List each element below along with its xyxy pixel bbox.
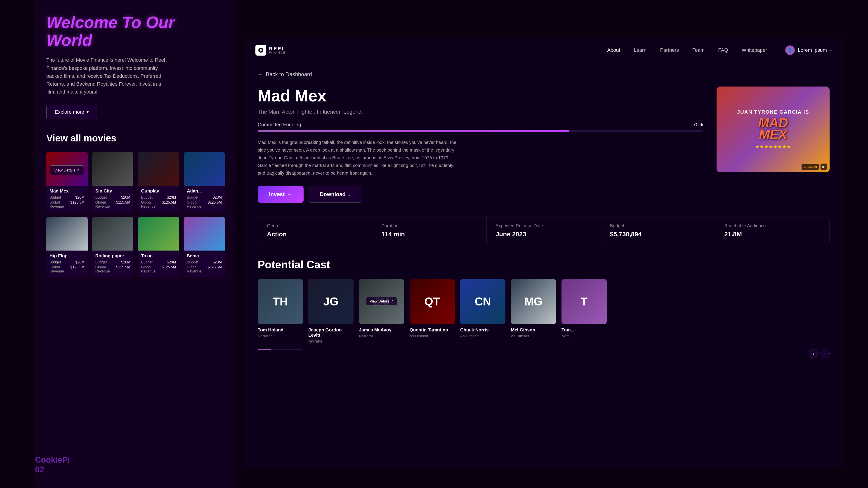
movie-revenue-gunplay: Global Revenue$125.5M xyxy=(141,200,176,208)
nav-link-whitepaper[interactable]: Whitepaper xyxy=(742,47,767,53)
logo-icon xyxy=(255,45,266,56)
movie-info-hip-flop: Hip Flop Budget$20M Global Revenue$125.5… xyxy=(46,251,88,277)
movie-name-rolling-paper: Rolling paper xyxy=(95,253,130,258)
right-panel: REEL FINANCE AboutLearnPartnersTeamFAQWh… xyxy=(244,38,843,468)
poster-title-art: MADMEX xyxy=(737,117,809,140)
cast-name-2: James McAvoy xyxy=(359,327,404,332)
movie-card-rolling-paper: Rolling paper Budget$20M Global Revenue$… xyxy=(92,217,133,277)
cast-placeholder-6: T xyxy=(561,279,607,324)
movie-name-toxic: Toxic xyxy=(141,253,176,258)
funding-section: Committed Funding 70% xyxy=(258,122,703,132)
movie-poster-hip-flop xyxy=(46,217,88,251)
movie-revenue-toxic: Global Revenue$125.5M xyxy=(141,265,176,273)
movie-budget-senior: Budget$20M xyxy=(187,260,222,264)
scroll-dot-1 xyxy=(258,349,271,350)
movie-card-sin-city: Sin City Budget$20M Global Revenue$125.5… xyxy=(92,152,133,212)
movie-poster-senior xyxy=(184,217,225,251)
nav-link-team[interactable]: Team xyxy=(692,47,705,53)
cast-card-6: T Tom... Narr... xyxy=(561,279,607,344)
movie-poster-sin-city xyxy=(92,152,133,186)
invest-arrow-icon: → xyxy=(287,191,292,197)
cast-role-6: Narr... xyxy=(561,334,607,338)
stat-item-genre: Genre Action xyxy=(258,217,372,245)
nav-link-learn[interactable]: Learn xyxy=(634,47,647,53)
movie-info-section: Mad Mex The Man. Actor. Fighter. Influen… xyxy=(258,87,703,203)
stat-label: Budget xyxy=(610,223,706,228)
movie-revenue-atlantis: Global Revenue$125.5M xyxy=(187,200,222,208)
movie-description: Mad Mex is the groundbreaking tell-all, … xyxy=(258,138,461,177)
movie-tagline: The Man. Actor. Fighter. Influencer. Leg… xyxy=(258,109,703,115)
scroll-right-button[interactable]: › xyxy=(820,349,830,358)
movie-card-atlantis: Atlan... Budget$20M Global Revenue$125.5… xyxy=(184,152,225,212)
welcome-description: The future of Movie Finance is here! Wel… xyxy=(46,56,170,96)
cast-photo-1: JG xyxy=(308,279,353,324)
cast-card-2: JM View Details ↗ James McAvoy Narrator xyxy=(359,279,404,344)
movie-budget-hip-flop: Budget$20M xyxy=(50,260,85,264)
movie-name-hip-flop: Hip Flop xyxy=(50,253,85,258)
cast-photo-4: CN xyxy=(460,279,505,324)
left-panel: Welcome To Our World The future of Movie… xyxy=(35,0,236,488)
movie-poster-rolling-paper xyxy=(92,217,133,251)
cast-name-5: Mel Gibson xyxy=(511,327,556,332)
stat-label: Expected Release Date xyxy=(496,223,592,228)
cast-card-0: TH Tom Holand Narrator xyxy=(258,279,303,344)
cast-card-4: CN Chuck Norris As Himself xyxy=(460,279,505,344)
stat-label: Genre xyxy=(267,223,363,228)
movie-card-senior: Senic... Budget$20M Global Revenue$125.5… xyxy=(184,217,225,277)
movie-budget-atlantis: Budget$20M xyxy=(187,195,222,199)
stat-value: 114 min xyxy=(381,231,477,238)
movie-card-hip-flop: Hip Flop Budget$20M Global Revenue$125.5… xyxy=(46,217,88,277)
movie-name-senior: Senic... xyxy=(187,253,222,258)
back-to-dashboard-link[interactable]: Back to Dashboard xyxy=(258,71,830,77)
invest-button[interactable]: Invest → xyxy=(258,186,304,203)
cast-scroll-indicator: ‹ › xyxy=(258,349,830,358)
stat-item-expected-release-date: Expected Release Date June 2023 xyxy=(487,217,601,245)
movie-poster-large: JUAN TYRONE GARCIA IS MADMEX ★★★★★★★★ am… xyxy=(717,87,830,172)
movie-title: Mad Mex xyxy=(258,87,703,105)
amazon-logos: amazon ▶ xyxy=(802,164,827,170)
cast-role-5: As Himself xyxy=(511,334,556,338)
nav-links: AboutLearnPartnersTeamFAQWhitepaper xyxy=(607,47,767,53)
movie-poster-atlantis xyxy=(184,152,225,186)
movie-card-toxic: Toxic Budget$20M Global Revenue$125.5M xyxy=(138,217,179,277)
view-details-btn-mad-mex[interactable]: View Details ↗ xyxy=(50,165,84,175)
cast-role-2: Narrator xyxy=(359,334,404,338)
user-chevron-icon: ▾ xyxy=(830,48,832,53)
cast-card-3: QT Quentin Tarantino As Himself xyxy=(410,279,455,344)
nav-link-partners[interactable]: Partners xyxy=(660,47,679,53)
stat-value: Action xyxy=(267,231,363,238)
user-menu[interactable]: 👤 Lorem Ipsum ▾ xyxy=(785,45,832,55)
platform-logo: ▶ xyxy=(820,164,827,170)
stat-label: Reachable Audience xyxy=(724,223,820,228)
movie-poster-gunplay xyxy=(138,152,179,186)
funding-label: Committed Funding xyxy=(258,122,301,128)
movie-revenue-sin-city: Global Revenue$125.5M xyxy=(95,200,130,208)
cast-photo-2: JM View Details ↗ xyxy=(359,279,404,324)
cast-card-5: MG Mel Gibson As Himself xyxy=(511,279,556,344)
nav-link-about[interactable]: About xyxy=(607,47,620,53)
cast-name-0: Tom Holand xyxy=(258,327,303,332)
cast-details-btn-2[interactable]: View Details ↗ xyxy=(366,297,397,305)
poster-subtitle: JUAN TYRONE GARCIA IS xyxy=(737,109,809,115)
cast-role-0: Narrator xyxy=(258,334,303,338)
movie-card-mad-mex: View Details ↗ Mad Mex Budget$20M Global… xyxy=(46,152,88,212)
download-button[interactable]: Download ↓ xyxy=(308,186,362,203)
logo-text: REEL FINANCE xyxy=(269,46,286,54)
stat-value: 21.8M xyxy=(724,231,820,238)
explore-more-button[interactable]: Explore more xyxy=(46,105,97,119)
cast-title: Potential Cast xyxy=(258,258,830,271)
movie-name-sin-city: Sin City xyxy=(95,188,130,194)
cast-role-1: Narrator xyxy=(308,339,353,344)
cast-name-4: Chuck Norris xyxy=(460,327,505,332)
download-icon: ↓ xyxy=(348,191,350,197)
nav-link-faq[interactable]: FAQ xyxy=(718,47,728,53)
action-buttons: Invest → Download ↓ xyxy=(258,186,703,203)
movie-name-atlantis: Atlan... xyxy=(187,188,222,194)
stat-label: Duration xyxy=(381,223,477,228)
cast-card-1: JG Joseph Gordon Levitt Narrator xyxy=(308,279,353,344)
scroll-left-button[interactable]: ‹ xyxy=(809,349,818,358)
cast-photo-0: TH xyxy=(258,279,303,324)
cast-placeholder-3: QT xyxy=(410,279,455,324)
cast-name-6: Tom... xyxy=(561,327,607,332)
cast-role-3: As Himself xyxy=(410,334,455,338)
